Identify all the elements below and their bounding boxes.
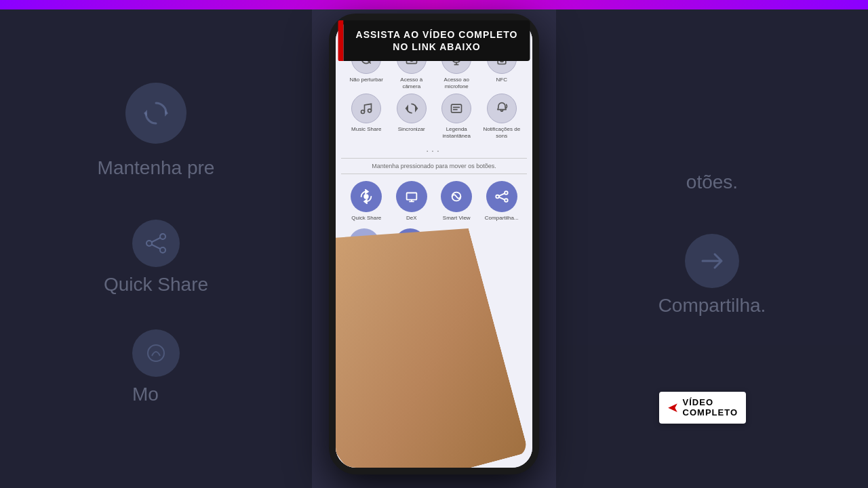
phone-device: Não perturbar Acesso à câmera <box>329 14 539 474</box>
bg-share-circle <box>685 234 739 288</box>
video-badge-line-1: VÍDEO <box>683 397 738 408</box>
bg-sync-circle <box>125 83 186 144</box>
video-badge-line-2: COMPLETO <box>683 407 738 418</box>
video-badge-text: VÍDEO COMPLETO <box>683 397 738 418</box>
qp-dex-label: DeX <box>406 215 417 222</box>
qp-dex[interactable]: DeX <box>391 181 432 222</box>
qs-music-share-label: Music Share <box>351 126 381 133</box>
qs-legenda-icon <box>441 94 471 123</box>
phone-body: Não perturbar Acesso à câmera <box>329 14 539 474</box>
qs-legenda[interactable]: Legenda instantânea <box>436 94 477 139</box>
qp-dex-icon <box>396 181 427 212</box>
qs-nao-perturbar-label: Não perturbar <box>350 77 383 83</box>
bg-quick-share-circle <box>132 220 180 267</box>
bg-bottom-left-text: Mo <box>132 384 180 405</box>
bg-right-sub-text: Compartilha. <box>658 295 766 317</box>
svg-point-7 <box>148 345 164 361</box>
qs-legenda-label: Legenda instantânea <box>436 126 477 139</box>
qs-acesso-camera-label: Acesso à câmera <box>391 77 432 89</box>
qp-quick-share-icon <box>351 181 382 212</box>
banner-red-accent <box>338 20 344 61</box>
qs-nfc-label: NFC <box>496 77 507 83</box>
svg-marker-19 <box>416 106 418 111</box>
banner-line-1: ASSISTA AO VÍDEO COMPLETO <box>356 28 518 41</box>
bg-left-panel: Mantenha pre Quick Share Mo <box>0 0 312 488</box>
svg-point-17 <box>361 110 365 114</box>
quick-settings-row-2: Music Share Sincronizar <box>336 94 532 139</box>
bg-bottom-left-circle <box>132 329 180 377</box>
qp-compartilha[interactable]: Compartilha... <box>481 181 522 222</box>
svg-marker-20 <box>406 106 408 111</box>
bg-left-sub-text: Quick Share <box>104 274 208 296</box>
svg-point-2 <box>146 241 152 246</box>
qs-notificacoes-sons-label: Notificações de sons <box>481 126 522 139</box>
top-banner: ASSISTA AO VÍDEO COMPLETO NO LINK ABAIXO <box>338 20 530 61</box>
svg-rect-27 <box>406 193 416 200</box>
qs-music-share-icon <box>351 94 381 123</box>
svg-rect-21 <box>452 104 462 113</box>
qp-compartilha-label: Compartilha... <box>485 215 519 222</box>
video-completo-badge[interactable]: ➤ VÍDEO COMPLETO <box>659 392 746 424</box>
banner-line-2: NO LINK ABAIXO <box>356 41 518 53</box>
qs-sincronizar[interactable]: Sincronizar <box>391 94 432 139</box>
qp-smart-view[interactable]: Smart View <box>436 181 477 222</box>
svg-point-32 <box>505 192 508 195</box>
qp-smart-view-label: Smart View <box>443 215 471 222</box>
banner-text-box: ASSISTA AO VÍDEO COMPLETO NO LINK ABAIXO <box>344 20 530 61</box>
svg-line-5 <box>152 238 160 242</box>
qp-quick-share[interactable]: Quick Share <box>346 181 387 222</box>
qs-notificacoes-sons-icon <box>487 94 517 123</box>
svg-line-35 <box>499 197 505 200</box>
svg-point-18 <box>368 109 372 113</box>
qs-sincronizar-icon <box>397 94 427 123</box>
svg-marker-25 <box>365 200 368 204</box>
svg-marker-24 <box>366 190 368 194</box>
svg-point-4 <box>160 247 165 253</box>
svg-point-31 <box>496 195 499 199</box>
bg-right-main-text: otões. <box>686 171 738 193</box>
arrow-icon: ➤ <box>667 399 679 415</box>
dots-indicator: ... <box>336 143 532 154</box>
svg-point-3 <box>160 234 165 239</box>
svg-point-33 <box>505 199 508 203</box>
svg-line-34 <box>499 194 505 197</box>
qs-notificacoes-sons[interactable]: Notificações de sons <box>481 94 522 139</box>
qs-music-share[interactable]: Music Share <box>346 94 387 139</box>
qs-acesso-microfone-label: Acesso ao microfone <box>436 77 477 89</box>
qp-smart-view-icon <box>441 181 472 212</box>
qp-compartilha-icon <box>486 181 517 212</box>
qp-quick-share-label: Quick Share <box>351 215 381 222</box>
qs-sincronizar-label: Sincronizar <box>398 126 425 133</box>
bg-left-main-text: Mantenha pre <box>98 157 215 179</box>
top-accent-bar <box>0 0 868 9</box>
quick-panel-row-1: Quick Share DeX <box>336 181 532 222</box>
svg-point-26 <box>365 195 369 199</box>
hint-text: Mantenha pressionado para mover os botõe… <box>341 158 527 174</box>
svg-line-6 <box>152 245 160 249</box>
